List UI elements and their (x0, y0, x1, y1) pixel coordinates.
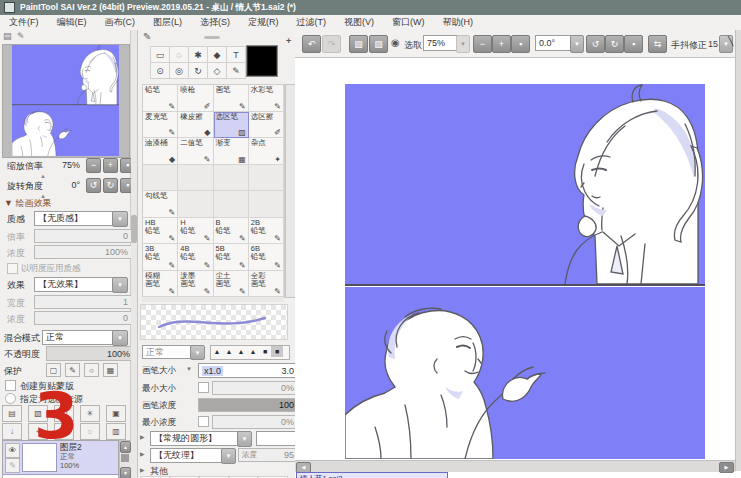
texture-luminance-checkbox[interactable] (7, 263, 18, 274)
canvas-panel-bottom[interactable] (345, 287, 705, 459)
rotate-cw-toolbar-button[interactable]: ↻ (605, 35, 624, 53)
rotate-cw-button[interactable]: ↻ (103, 178, 118, 193)
brush-shape-select[interactable]: 【常规的圆形】 (150, 431, 242, 446)
texture-expand-icon[interactable]: ▶ (140, 450, 145, 457)
opacity-slider[interactable]: 100% (46, 346, 134, 361)
brush-模糊画笔[interactable]: 模糊 画笔✎ (143, 271, 178, 298)
magic-wand-tool-button[interactable]: ✱ (188, 46, 208, 63)
deselect-button[interactable]: ▧ (349, 35, 368, 53)
layer-mask-button[interactable]: ✳ (80, 405, 100, 422)
delete-layer-button[interactable]: ▥ (106, 423, 126, 440)
lock-layer-button[interactable]: ◌ (80, 423, 100, 440)
shape-expand-icon[interactable]: ▶ (140, 433, 145, 440)
brush-4B铅笔[interactable]: 4B 铅笔✎ (178, 244, 213, 271)
brush-麦克笔[interactable]: 麦克笔✎ (143, 112, 178, 139)
rect-select-tool-button[interactable]: ▭ (150, 46, 170, 63)
transfer-down-button[interactable]: ↓ (2, 423, 22, 440)
menu-file[interactable]: 文件(F) (0, 15, 48, 30)
min-size-checkbox[interactable] (198, 382, 209, 393)
zoom-tool-button[interactable]: ◎ (169, 62, 189, 79)
texture-dropdown-button[interactable]: ▼ (112, 211, 128, 227)
tip-shape-1[interactable]: ▲ (223, 346, 235, 357)
brush-喷枪[interactable]: 喷枪✐ (178, 85, 213, 112)
brush-mode-select[interactable]: 正常 (142, 345, 194, 359)
panel-pin-icon[interactable]: ✎ (17, 31, 25, 41)
brush-尘土画笔[interactable]: 尘土 画笔✎ (214, 271, 249, 298)
tip-shape-5[interactable]: ■ (271, 346, 283, 357)
layers-scroll-up-button[interactable]: ▲ (120, 441, 131, 453)
bucket-tool-button[interactable]: ◆ (207, 46, 227, 63)
brush-density-slider[interactable]: 100 (198, 398, 298, 412)
zoom-reset-toolbar-button[interactable]: ▪ (511, 35, 530, 53)
paint-effect-header[interactable]: ▼ 绘画效果 (4, 197, 51, 210)
hscroll-right-button[interactable]: ▶ (719, 462, 734, 473)
tip-shape-4[interactable]: ■ (259, 346, 271, 357)
rotation-angle-input[interactable]: 0.0° (535, 35, 575, 51)
rotate-reset-toolbar-button[interactable]: ▪ (624, 35, 643, 53)
brush-size-multiplier[interactable]: x1.0 (202, 366, 223, 376)
brush-shape-extra-field[interactable] (256, 431, 298, 446)
ellipse-select-tool-button[interactable]: ⊙ (150, 62, 170, 79)
brush-texture-density-slider[interactable]: 浓度 95 (238, 448, 298, 462)
brush-H铅笔[interactable]: H 铅笔✎ (178, 218, 213, 245)
rotate-ccw-button[interactable]: ↺ (86, 178, 101, 193)
menu-help[interactable]: 帮助(H) (434, 15, 483, 30)
brush-HB铅笔[interactable]: HB 铅笔✎ (143, 218, 178, 245)
selection-source-radio[interactable] (5, 393, 16, 404)
brush-texture-select[interactable]: 【无纹理】 (150, 448, 226, 463)
texture-density-slider[interactable]: 100% (34, 245, 132, 259)
eyedropper-tool-button[interactable]: ✎ (226, 62, 246, 79)
swap-colors-icon[interactable]: + (286, 36, 291, 46)
effect-density-slider[interactable]: 0 (34, 311, 132, 325)
zoom-out-toolbar-button[interactable]: − (473, 35, 492, 53)
clipping-mask-checkbox[interactable] (5, 380, 16, 391)
tip-shape-2[interactable]: ▲ (235, 346, 247, 357)
zoom-in-button[interactable]: + (103, 158, 118, 173)
min-size-slider[interactable]: 0% (212, 381, 298, 395)
menu-edit[interactable]: 编辑(E) (48, 15, 96, 30)
brush-勾线笔[interactable]: 勾线笔✎ (143, 191, 178, 218)
brush-水彩笔[interactable]: 水彩笔✎ (249, 85, 284, 112)
hand-tool-button[interactable]: ◇ (207, 62, 227, 79)
brush-油漆桶[interactable]: 油漆桶◆ (143, 138, 178, 165)
panel-menu-icon[interactable]: ▤ (3, 31, 12, 41)
brush-选区擦[interactable]: 选区擦✐ (249, 112, 284, 139)
brush-画笔[interactable]: 画笔✎ (214, 85, 249, 112)
tip-shape-0[interactable]: ▲ (211, 346, 223, 357)
rotate-ccw-toolbar-button[interactable]: ↺ (586, 35, 605, 53)
blend-dropdown-button[interactable]: ▼ (112, 330, 128, 346)
left-panel-scroll-thumb[interactable] (131, 215, 137, 243)
lasso-tool-button[interactable]: ◌ (169, 46, 189, 63)
brush-B铅笔[interactable]: B 铅笔✎ (214, 218, 249, 245)
zoom-dropdown-button[interactable]: ▼ (456, 35, 470, 53)
brush-3B铅笔[interactable]: 3B 铅笔✎ (143, 244, 178, 271)
protect-all-button[interactable]: ▦ (103, 363, 118, 377)
menu-layer[interactable]: 图层(L) (144, 15, 191, 30)
tip-shape-3[interactable]: ▲ (247, 346, 259, 357)
undo-button[interactable]: ↶ (302, 35, 321, 53)
effect-select[interactable]: 【无效果】 (34, 277, 116, 292)
menu-ruler[interactable]: 定规(R) (239, 15, 288, 30)
layers-scroll-down-button[interactable]: ▼ (120, 467, 131, 478)
flip-horizontal-button[interactable]: ⇆ (648, 35, 667, 53)
protect-opacity-button[interactable]: ▢ (46, 363, 61, 377)
brush-选区笔[interactable]: 选区笔▨ (214, 112, 249, 139)
menu-select[interactable]: 选择(S) (191, 15, 239, 30)
angle-dropdown-button[interactable]: ▼ (570, 35, 584, 53)
brush-size-unit-dropdown[interactable]: ▼ (186, 366, 192, 372)
menu-filter[interactable]: 过滤(T) (288, 15, 336, 30)
protect-draw-button[interactable]: ✎ (65, 363, 80, 377)
brush-texture-dropdown-button[interactable]: ▼ (221, 448, 236, 464)
layers-scroll-thumb[interactable] (121, 454, 129, 462)
primary-color-swatch[interactable] (247, 46, 277, 76)
menu-canvas[interactable]: 画布(C) (96, 15, 145, 30)
brush-2B铅笔[interactable]: 2B 铅笔✎ (249, 218, 284, 245)
protect-move-button[interactable]: ○ (84, 363, 99, 377)
rotate-view-tool-button[interactable]: ↻ (188, 62, 208, 79)
brush-6B铅笔[interactable]: 6B 铅笔✎ (249, 244, 284, 271)
texture-select[interactable]: 【无质感】 (34, 211, 116, 226)
effect-dropdown-button[interactable]: ▼ (112, 277, 128, 293)
redo-button[interactable]: ↷ (322, 35, 341, 53)
brush-全彩画笔[interactable]: 全彩 画笔✎ (249, 271, 284, 298)
new-layer-button[interactable]: ▤ (2, 405, 22, 422)
